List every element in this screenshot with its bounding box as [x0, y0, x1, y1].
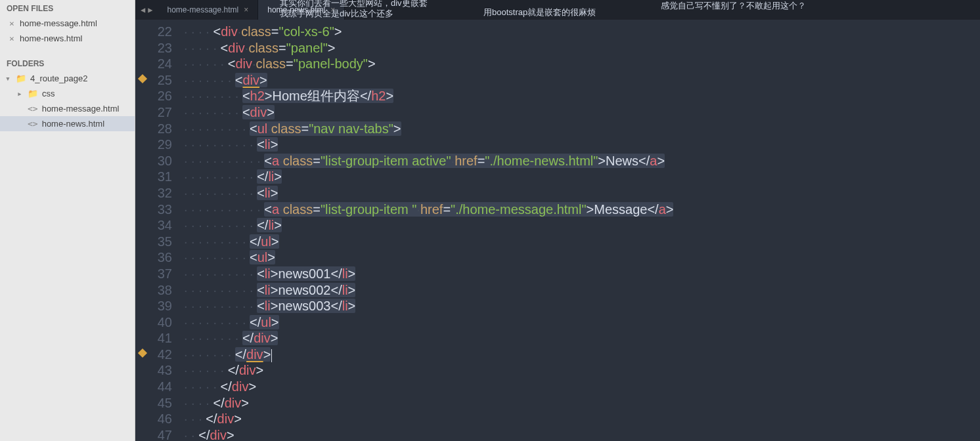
tree-item-2[interactable]: <>home-news.html [0, 116, 135, 131]
line-number[interactable]: 25 [135, 72, 172, 89]
tree-item-0[interactable]: ▸📁css [0, 86, 135, 101]
line-number[interactable]: 30 [135, 153, 172, 169]
open-file-label: home-message.html [20, 18, 97, 28]
line-number[interactable]: 31 [135, 169, 172, 185]
line-number[interactable]: 34 [135, 217, 172, 234]
open-file-0[interactable]: ×home-message.html [0, 16, 135, 31]
tab-nav: ◀ ▶ [135, 0, 158, 20]
code-line[interactable]: · · · · · · · <div> [184, 72, 980, 89]
tab-bar: ◀ ▶ home-message.html×home-news.html× 其实… [135, 0, 980, 20]
code-line[interactable]: · · · · · · · </div> [184, 346, 980, 363]
open-file-1[interactable]: ×home-news.html [0, 31, 135, 46]
code-line[interactable]: · · · · · · · · · · <li>news001</li> [184, 266, 980, 282]
code-line[interactable]: · · · · · · · · </div> [184, 330, 980, 346]
folder-root-label: 4_route_page2 [30, 74, 87, 83]
line-number[interactable]: 33 [135, 201, 172, 218]
sidebar: OPEN FILES ×home-message.html×home-news.… [0, 0, 135, 441]
line-number[interactable]: 45 [135, 395, 172, 411]
tree-item-label: home-news.html [42, 119, 104, 129]
line-number[interactable]: 40 [135, 314, 172, 331]
tree-item-1[interactable]: <>home-message.html [0, 101, 135, 116]
line-number[interactable]: 29 [135, 136, 172, 153]
line-number[interactable]: 42 [135, 346, 172, 363]
code-line[interactable]: · · · · · </div> [184, 379, 980, 395]
line-number[interactable]: 47 [135, 427, 172, 441]
file-icon: <> [28, 104, 38, 114]
tab-close-icon[interactable]: × [330, 5, 335, 14]
open-files-header: OPEN FILES [0, 0, 135, 16]
bookmark-icon [138, 348, 147, 358]
caret-icon: ▸ [17, 89, 24, 98]
line-number[interactable]: 39 [135, 298, 172, 314]
line-number[interactable]: 46 [135, 411, 172, 427]
code-line[interactable]: · · · · · · · · · · · <a·class="list-gro… [184, 201, 980, 218]
line-number[interactable]: 35 [135, 234, 172, 250]
code-line[interactable]: · · · · · · <div·class="panel-body"> [184, 56, 980, 72]
open-file-label: home-news.html [20, 33, 82, 43]
caret-down-icon: ▾ [5, 74, 12, 83]
tab-close-icon[interactable]: × [244, 5, 248, 14]
bookmark-icon [138, 74, 147, 83]
close-icon[interactable]: × [8, 33, 16, 43]
line-number[interactable]: 28 [135, 121, 172, 137]
tree-item-label: home-message.html [42, 104, 120, 114]
gutter: 2223242526272829303132333435363738394041… [135, 20, 179, 441]
file-icon: <> [28, 119, 38, 129]
tab-label: home-message.html [167, 5, 238, 14]
code-area[interactable]: · · · · <div·class="col-xs-6">· · · · · … [179, 20, 980, 441]
line-number[interactable]: 27 [135, 104, 172, 121]
code-line[interactable]: · · · · · · · · <div> [184, 104, 980, 121]
line-number[interactable]: 44 [135, 379, 172, 395]
code-line[interactable]: · · · · · · · · · · <li>news002</li> [184, 282, 980, 299]
code-line[interactable]: · · · · <div·class="col-xs-6"> [184, 24, 980, 40]
code-line[interactable]: · · · · · · · · · <ul> [184, 249, 980, 266]
line-number[interactable]: 24 [135, 56, 172, 72]
code-line[interactable]: · · · · · · · · · · </li> [184, 169, 980, 185]
folder-root[interactable]: ▾ 📁 4_route_page2 [0, 71, 135, 86]
code-line[interactable]: · · · </div> [184, 411, 980, 427]
line-number[interactable]: 22 [135, 24, 172, 40]
tree-item-label: css [42, 89, 55, 98]
line-number[interactable]: 36 [135, 249, 172, 266]
editor[interactable]: 2223242526272829303132333435363738394041… [135, 20, 980, 441]
line-number[interactable]: 41 [135, 330, 172, 346]
close-icon[interactable]: × [8, 18, 16, 28]
main: ◀ ▶ home-message.html×home-news.html× 其实… [135, 0, 980, 441]
code-line[interactable]: · · · · · · · · · </ul> [184, 314, 980, 331]
folder-open-icon: 📁 [16, 74, 26, 83]
code-line[interactable]: · · · · · · · · · · <li> [184, 136, 980, 153]
code-line[interactable]: · · · · · · · · · <ul·class="nav nav-tab… [184, 121, 980, 137]
line-number[interactable]: 32 [135, 185, 172, 201]
code-line[interactable]: · · · · · · · · · · · <a·class="list-gro… [184, 153, 980, 169]
tab-next-icon[interactable]: ▶ [148, 5, 152, 14]
folder-icon: 📁 [28, 89, 38, 98]
line-number[interactable]: 43 [135, 362, 172, 379]
line-number[interactable]: 26 [135, 88, 172, 104]
line-number[interactable]: 37 [135, 266, 172, 282]
code-line[interactable]: · · · · · <div·class="panel"> [184, 40, 980, 56]
code-line[interactable]: · · · · · · · · · </ul> [184, 234, 980, 250]
tab-label: home-news.html [267, 5, 325, 14]
tab-prev-icon[interactable]: ◀ [141, 5, 145, 14]
line-number[interactable]: 38 [135, 282, 172, 299]
code-line[interactable]: · · · · · · · · · · </li> [184, 217, 980, 234]
overlay-text-3: 用bootstrap就是嵌套的很麻烦 [483, 7, 596, 18]
overlay-text-4: 感觉自己写不懂别了？不敢起用这个？ [661, 0, 806, 12]
code-line[interactable]: · · · · · · </div> [184, 362, 980, 379]
code-line[interactable]: · · · · · · · · · · <li>news003</li> [184, 298, 980, 314]
code-line[interactable]: · · · · </div> [184, 395, 980, 411]
code-line[interactable]: · · · · · · · · · · <li> [184, 185, 980, 201]
folders-header: FOLDERS [0, 55, 135, 71]
code-line[interactable]: · · </div> [184, 427, 980, 441]
code-line[interactable]: · · · · · · · · <h2>Home组件内容</h2> [184, 88, 980, 104]
tab-0[interactable]: home-message.html× [158, 0, 258, 20]
tab-1[interactable]: home-news.html× [258, 0, 345, 20]
line-number[interactable]: 23 [135, 40, 172, 56]
